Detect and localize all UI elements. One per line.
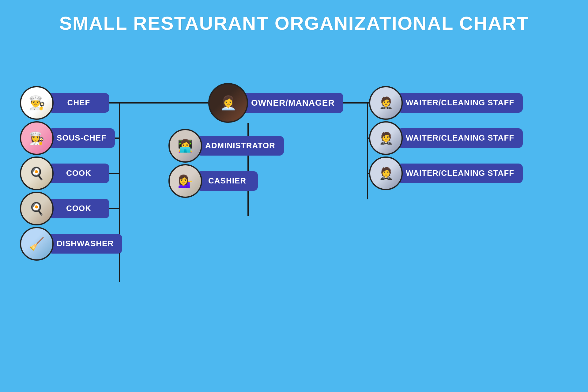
cashier-node: 💁‍♀️ CASHIER — [168, 164, 258, 198]
administrator-node: 👩‍💻 ADMINISTRATOR — [168, 129, 284, 163]
waiter2-node: 🤵 WAITER/CLEANING STAFF — [369, 121, 523, 155]
cook2-avatar: 🍳 — [20, 192, 54, 225]
waiter2-avatar: 🤵 — [369, 121, 403, 155]
souschef-avatar: 👩‍🍳 — [20, 121, 54, 155]
cashier-label: CASHIER — [197, 171, 258, 190]
souschef-node: 👩‍🍳 SOUS-CHEF — [20, 121, 115, 155]
cook1-node: 🍳 COOK — [20, 156, 109, 190]
dishwasher-node: 🧹 DISHWASHER — [20, 227, 122, 261]
chef-node: 👨‍🍳 CHEF — [20, 86, 109, 120]
owner-node: 👩‍💼 OWNER/MANAGER — [208, 83, 343, 123]
chef-avatar: 👨‍🍳 — [20, 86, 54, 120]
waiter2-label: WAITER/CLEANING STAFF — [397, 128, 523, 148]
waiter3-node: 🤵 WAITER/CLEANING STAFF — [369, 156, 523, 190]
page-title: SMALL RESTAURANT ORGANIZATIONAL CHART — [0, 0, 588, 34]
souschef-label: SOUS-CHEF — [48, 128, 115, 148]
dishwasher-label: DISHWASHER — [48, 234, 122, 253]
cook1-label: COOK — [48, 164, 109, 183]
waiter1-label: WAITER/CLEANING STAFF — [397, 93, 523, 112]
owner-label: OWNER/MANAGER — [243, 93, 343, 113]
admin-avatar: 👩‍💻 — [168, 129, 202, 163]
waiter3-label: WAITER/CLEANING STAFF — [397, 164, 523, 183]
cook2-node: 🍳 COOK — [20, 192, 109, 225]
waiter3-avatar: 🤵 — [369, 156, 403, 190]
cook2-label: COOK — [48, 199, 109, 218]
cashier-avatar: 💁‍♀️ — [168, 164, 202, 198]
org-chart: 👨‍🍳 CHEF 👩‍🍳 SOUS-CHEF 🍳 COOK 🍳 COOK 🧹 D… — [0, 40, 588, 392]
dishwasher-avatar: 🧹 — [20, 227, 54, 261]
chef-label: CHEF — [48, 93, 109, 112]
waiter1-node: 🤵 WAITER/CLEANING STAFF — [369, 86, 523, 120]
cook1-avatar: 🍳 — [20, 156, 54, 190]
administrator-label: ADMINISTRATOR — [197, 136, 284, 155]
owner-avatar: 👩‍💼 — [208, 83, 248, 123]
waiter1-avatar: 🤵 — [369, 86, 403, 120]
